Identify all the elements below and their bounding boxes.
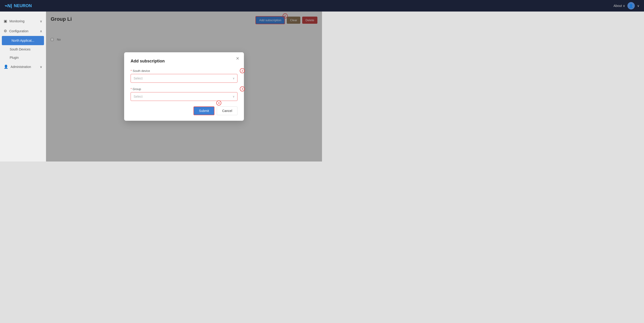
south-device-label: * South device	[130, 69, 238, 72]
sidebar-item-south-devices[interactable]: South Devices	[0, 45, 46, 54]
sidebar-item-monitoring[interactable]: ▣ Monitoring ∨	[0, 16, 46, 26]
config-icon: ⚙	[4, 29, 7, 33]
sidebar-label-plugin: Plugin	[10, 56, 19, 60]
modal-close-button[interactable]: ✕	[236, 56, 239, 61]
chevron-administration: ∨	[40, 65, 42, 69]
south-device-select-wrapper: Select	[130, 74, 238, 83]
sidebar-label-administration: Administration	[10, 65, 31, 69]
admin-icon: 👤	[4, 64, 8, 69]
annotation-2: 2	[240, 68, 245, 73]
logo: ⌁N| NEURON	[4, 3, 32, 8]
chevron-monitoring: ∨	[40, 19, 42, 23]
required-star-1: *	[130, 69, 132, 72]
logo-text: NEURON	[14, 4, 32, 8]
group-select-wrapper: Select	[130, 92, 238, 101]
group-group: * Group 3 Select	[130, 87, 238, 101]
header: ⌁N| NEURON About ∨ 👤 ∨	[0, 0, 322, 12]
cancel-button[interactable]: Cancel	[217, 106, 238, 115]
sidebar-label-configuration: Configuration	[9, 29, 28, 33]
sidebar-item-configuration[interactable]: ⚙ Configuration ∧	[0, 26, 46, 36]
modal-overlay: Add subscription ✕ * South device 2 Sele…	[46, 12, 322, 162]
modal-footer: 4 Submit Cancel	[130, 106, 238, 115]
logo-icon: ⌁N|	[4, 3, 12, 8]
annotation-3: 3	[240, 86, 245, 92]
annotation-4: 4	[216, 100, 221, 106]
required-star-2: *	[130, 87, 132, 91]
south-device-group: * South device 2 Select	[130, 69, 238, 83]
group-select[interactable]: Select	[130, 92, 238, 101]
submit-button[interactable]: Submit	[194, 106, 215, 115]
monitor-icon: ▣	[4, 19, 7, 23]
sidebar-item-administration[interactable]: 👤 Administration ∨	[0, 62, 46, 72]
main-content: Group Li 1 Add subscription Clear Delete…	[46, 12, 322, 162]
sidebar: ▣ Monitoring ∨ ⚙ Configuration ∧ North A…	[0, 12, 46, 162]
modal-title: Add subscription	[130, 59, 238, 64]
sidebar-label-north-app: North Applicat...	[6, 39, 34, 42]
layout: ▣ Monitoring ∨ ⚙ Configuration ∧ North A…	[0, 12, 322, 162]
sidebar-label-south-devices: South Devices	[10, 48, 30, 51]
modal: Add subscription ✕ * South device 2 Sele…	[124, 52, 244, 121]
south-device-select[interactable]: Select	[130, 74, 238, 83]
sidebar-item-plugin[interactable]: Plugin	[0, 54, 46, 62]
chevron-configuration: ∧	[40, 29, 42, 33]
sidebar-item-north-app[interactable]: North Applicat...	[2, 36, 44, 45]
group-label: * Group	[130, 87, 238, 91]
sidebar-label-monitoring: Monitoring	[10, 19, 24, 23]
